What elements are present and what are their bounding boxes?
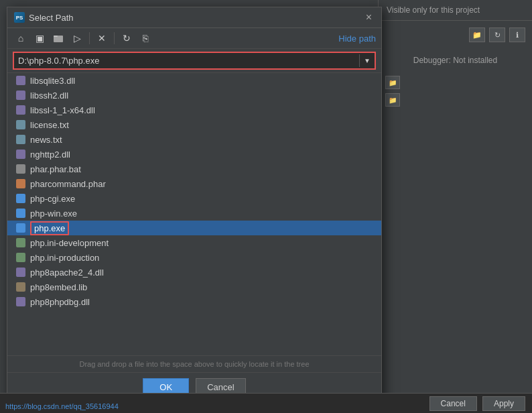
file-type-icon	[15, 105, 26, 115]
right-panel-row1: 📁	[385, 76, 525, 89]
main-window: Visible only for this project 📁 ↻ ℹ Debu…	[0, 0, 532, 413]
dialog-toolbar: ⌂ ▣ ▷ ✕ ↻ ⎘ Hide path	[7, 28, 381, 49]
file-type-icon	[15, 223, 26, 233]
right-folder-btn[interactable]: 📁	[469, 27, 485, 42]
file-name: pharcommand.phar	[30, 179, 106, 189]
file-type-icon	[15, 282, 26, 292]
dialog-titlebar: PS Select Path ×	[7, 7, 381, 28]
list-item[interactable]: php8apache2_4.dll	[7, 265, 381, 280]
file-type-icon	[15, 252, 26, 263]
dialog-title-text: Select Path	[29, 13, 74, 23]
file-name: php8embed.lib	[30, 282, 87, 292]
file-name: php.exe	[30, 223, 69, 233]
path-input[interactable]	[14, 53, 359, 68]
file-name: news.txt	[30, 135, 62, 145]
list-item[interactable]: php-win.exe	[7, 206, 381, 221]
file-type-icon	[15, 296, 26, 307]
list-item[interactable]: php-cgi.exe	[7, 191, 381, 206]
right-folder-btn3[interactable]: 📁	[385, 93, 400, 107]
file-name: nghttp2.dll	[30, 150, 70, 160]
right-panel: Visible only for this project 📁 ↻ ℹ Debu…	[378, 0, 532, 413]
right-panel-section1: 📁 📁	[385, 76, 525, 107]
file-name: libssh2.dll	[30, 91, 68, 101]
right-panel-body: 📁 ↻ ℹ Debugger: Not installed 📁 📁	[379, 21, 532, 117]
file-name: php8apache2_4.dll	[30, 268, 104, 278]
folder-button[interactable]	[50, 31, 66, 46]
path-input-row: ▼	[7, 49, 381, 73]
file-name: php-cgi.exe	[30, 194, 75, 204]
list-item[interactable]: libssh2.dll	[7, 88, 381, 103]
file-name: license.txt	[30, 120, 69, 130]
select-path-dialog: PS Select Path × ⌂ ▣ ▷ ✕ ↻	[7, 7, 382, 402]
nav-button[interactable]: ▷	[69, 31, 85, 46]
file-type-icon	[15, 208, 26, 219]
list-item[interactable]: nghttp2.dll	[7, 147, 381, 162]
right-panel-title: Visible only for this project	[379, 0, 532, 21]
svg-rect-1	[54, 36, 58, 37]
list-item[interactable]: pharcommand.phar	[7, 176, 381, 191]
right-panel-toolbar: 📁 ↻ ℹ	[385, 27, 525, 49]
file-name: php.ini-development	[30, 238, 109, 248]
folder-icon	[54, 34, 63, 43]
file-type-icon	[15, 237, 26, 248]
selected-file-highlight: php.exe	[30, 221, 69, 235]
file-type-icon	[15, 164, 26, 174]
dialog-titlebar-left: PS Select Path	[14, 12, 74, 23]
ps-icon: PS	[14, 12, 25, 23]
list-item[interactable]: php.exe	[7, 221, 381, 235]
home-button[interactable]: ⌂	[13, 31, 29, 46]
file-type-icon	[15, 75, 26, 86]
path-input-container: ▼	[13, 52, 376, 70]
list-item[interactable]: php8embed.lib	[7, 280, 381, 294]
list-item[interactable]: license.txt	[7, 117, 381, 132]
right-refresh-btn[interactable]: ↻	[489, 27, 505, 42]
hide-path-link[interactable]: Hide path	[338, 34, 376, 44]
list-item[interactable]: libsqlite3.dll	[7, 73, 381, 88]
file-list-container[interactable]: libsqlite3.dll libssh2.dll libssl-1_1-x6…	[7, 73, 381, 355]
file-type-icon	[15, 178, 26, 189]
file-type-icon	[15, 267, 26, 278]
right-info-btn[interactable]: ℹ	[509, 27, 525, 42]
file-type-icon	[15, 90, 26, 101]
url-bar: https://blog.csdn.net/qq_35616944	[0, 400, 124, 413]
delete-button[interactable]: ✕	[94, 31, 110, 46]
file-name: libssl-1_1-x64.dll	[30, 105, 95, 115]
window-cancel-button[interactable]: Cancel	[429, 396, 477, 411]
refresh-button[interactable]: ↻	[119, 31, 135, 46]
window-bottom-bar: https://blog.csdn.net/qq_35616944 Cancel…	[0, 393, 532, 413]
right-folder-btn2[interactable]: 📁	[385, 76, 400, 89]
file-name: libsqlite3.dll	[30, 76, 75, 86]
close-button[interactable]: ×	[363, 11, 375, 23]
list-item[interactable]: php.ini-development	[7, 235, 381, 250]
toolbar-separator	[89, 32, 90, 44]
list-item[interactable]: php8phpdbg.dll	[7, 294, 381, 309]
path-dropdown-button[interactable]: ▼	[359, 54, 375, 67]
list-item[interactable]: phar.phar.bat	[7, 162, 381, 176]
copy-button[interactable]: ⎘	[137, 31, 153, 46]
toolbar-left: ⌂ ▣ ▷ ✕ ↻ ⎘	[13, 31, 153, 46]
file-type-icon	[15, 149, 26, 160]
file-type-icon	[15, 119, 26, 130]
file-name: php-win.exe	[30, 209, 77, 219]
file-type-icon	[15, 193, 26, 204]
right-panel-row2: 📁	[385, 93, 525, 107]
drag-hint: Drag and drop a file into the space abov…	[7, 355, 381, 372]
toolbar-separator2	[114, 32, 115, 44]
debugger-status: Debugger: Not installed	[385, 56, 525, 65]
file-type-icon	[15, 134, 26, 145]
file-name: php.ini-production	[30, 253, 99, 263]
list-item[interactable]: php.ini-production	[7, 250, 381, 265]
file-name: phar.phar.bat	[30, 164, 81, 174]
desktop-button[interactable]: ▣	[31, 31, 48, 46]
list-item[interactable]: libssl-1_1-x64.dll	[7, 103, 381, 117]
list-item[interactable]: news.txt	[7, 132, 381, 147]
file-name: php8phpdbg.dll	[30, 297, 90, 307]
window-apply-button[interactable]: Apply	[482, 396, 525, 411]
